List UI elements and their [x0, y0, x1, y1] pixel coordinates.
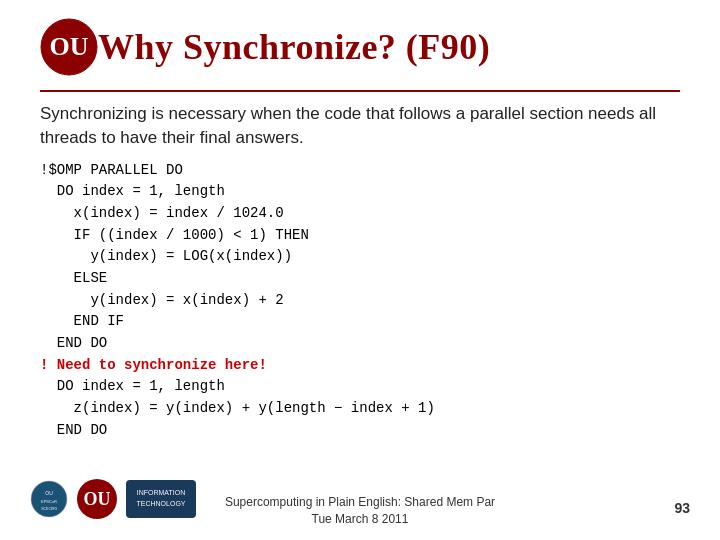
slide: OU Why Synchronize? (F90) Synchronizing … [0, 0, 720, 540]
code-line: END IF [40, 311, 680, 333]
code-line: END DO [40, 333, 680, 355]
code-line: DO index = 1, length [40, 181, 680, 203]
body-paragraph: Synchronizing is necessary when the code… [40, 102, 680, 150]
svg-text:TECHNOLOGY: TECHNOLOGY [136, 500, 185, 507]
code-block: !$OMP PARALLEL DO DO index = 1, length x… [40, 160, 680, 442]
slide-title: Why Synchronize? (F90) [98, 26, 490, 68]
it-logo: INFORMATION TECHNOLOGY [126, 480, 196, 518]
svg-rect-8 [126, 480, 196, 518]
svg-text:OU: OU [45, 490, 53, 496]
slide-header: OU Why Synchronize? (F90) [40, 18, 680, 76]
code-line: IF ((index / 1000) < 1) THEN [40, 225, 680, 247]
divider [40, 90, 680, 92]
ou-logo: OU [40, 18, 98, 76]
code-line: ELSE [40, 268, 680, 290]
code-line: END DO [40, 420, 680, 442]
code-line: y(index) = x(index) + 2 [40, 290, 680, 312]
code-line-highlight: ! Need to synchronize here! [40, 355, 680, 377]
footer-date: Tue March 8 2011 [225, 511, 495, 528]
footer-text: Supercomputing in Plain English: Shared … [225, 494, 495, 528]
svg-text:EPSCoR: EPSCoR [41, 499, 57, 504]
svg-text:OU: OU [84, 489, 111, 509]
svg-text:INFORMATION: INFORMATION [137, 489, 185, 496]
footer-ou-logo: OU [76, 478, 118, 520]
epscor-logo: OU EPSCoR SCECERI [30, 480, 68, 518]
code-line: x(index) = index / 1024.0 [40, 203, 680, 225]
code-line: y(index) = LOG(x(index)) [40, 246, 680, 268]
svg-text:OU: OU [50, 32, 89, 61]
svg-text:SCECERI: SCECERI [41, 507, 57, 511]
footer-subtitle: Supercomputing in Plain English: Shared … [225, 494, 495, 511]
slide-footer: OU EPSCoR SCECERI OU INFORMATION TECHNOL… [0, 494, 720, 528]
footer-logos: OU EPSCoR SCECERI OU INFORMATION TECHNOL… [30, 478, 196, 520]
code-line: DO index = 1, length [40, 376, 680, 398]
code-line: z(index) = y(index) + y(length − index +… [40, 398, 680, 420]
page-number: 93 [674, 500, 690, 516]
code-line: !$OMP PARALLEL DO [40, 160, 680, 182]
